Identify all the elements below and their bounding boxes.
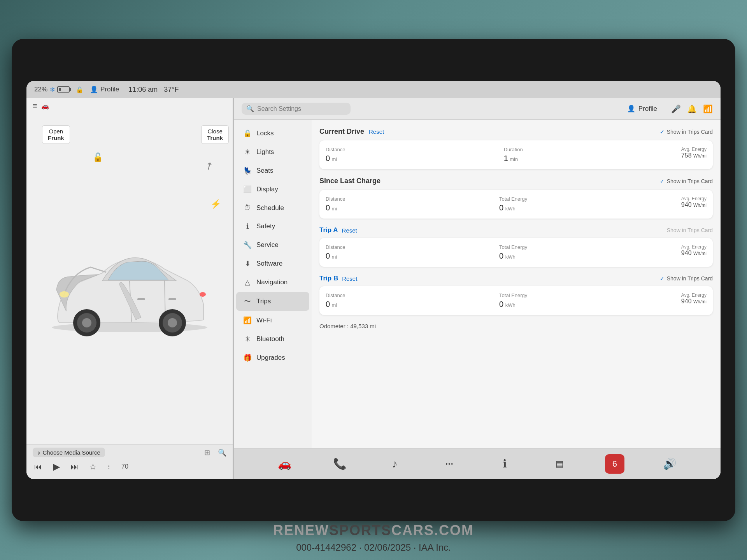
- nav-item-software[interactable]: ⬇ Software: [236, 255, 309, 273]
- trip-b-distance-label: Distance: [326, 292, 345, 298]
- car-svg: [44, 222, 215, 347]
- safety-label: Safety: [256, 222, 275, 230]
- dot-menu-button[interactable]: •••: [440, 454, 459, 474]
- phone-button[interactable]: 📞: [330, 454, 349, 474]
- charge-distance-label: Distance: [326, 196, 345, 202]
- media-source-label: Choose Media Source: [43, 449, 100, 456]
- snowflake-icon: ❄: [50, 86, 55, 93]
- current-distance-unit: mi: [332, 156, 337, 162]
- taskbar: 🚗 📞 ♪ ••• ℹ ▤ 6 🔊: [234, 448, 721, 479]
- nav-item-service[interactable]: 🔧 Service: [236, 236, 309, 254]
- nav-item-navigation[interactable]: △ Navigation: [236, 273, 309, 291]
- trip-b-reset[interactable]: Reset: [342, 275, 357, 282]
- nav-item-locks[interactable]: 🔒 Locks: [236, 124, 309, 142]
- display-icon: ⬜: [243, 185, 252, 194]
- nav-item-bluetooth[interactable]: ✳ Bluetooth: [236, 330, 309, 348]
- search-media-icon[interactable]: 🔍: [218, 448, 226, 457]
- trunk-line1: Close: [207, 128, 223, 135]
- nav-item-wifi[interactable]: 📶 Wi-Fi: [236, 312, 309, 329]
- prev-button[interactable]: ⏮: [33, 461, 44, 473]
- since-charge-title: Since Last Charge: [319, 177, 381, 185]
- navigation-icon: △: [243, 278, 252, 287]
- trips-label: Trips: [256, 298, 271, 305]
- watermark: RENEWSPORTSCARS.COM: [273, 522, 474, 539]
- media-source-button[interactable]: ♪ Choose Media Source: [33, 448, 105, 457]
- charge-avg-energy-num: 940: [681, 201, 692, 208]
- mic-icon[interactable]: 🎤: [671, 104, 681, 114]
- trip-a-show-trips: Show in Trips Card: [667, 227, 713, 233]
- charge-total-energy-num: 0: [499, 203, 503, 212]
- trip-b-avg-energy-value: 940 Wh/mi: [681, 298, 707, 305]
- trip-a-total-energy-stat: Total Energy 0 kWh: [499, 244, 527, 261]
- card-button[interactable]: ▤: [550, 454, 570, 474]
- trip-b-total-energy-num: 0: [499, 300, 503, 308]
- open-frunk-button[interactable]: Open Frunk: [42, 125, 70, 144]
- equalizer-icon[interactable]: ⊞: [204, 448, 210, 457]
- menu-icon[interactable]: ≡: [33, 102, 37, 110]
- software-icon: ⬇: [243, 259, 252, 268]
- since-charge-row: Distance 0 mi Total Energy: [326, 196, 707, 212]
- settings-header: 🔍 👤 Profile 🎤 🔔 📶: [234, 98, 721, 120]
- music-button[interactable]: ♪: [385, 454, 404, 474]
- since-charge-show-label: Show in Trips Card: [667, 178, 713, 184]
- play-button[interactable]: ▶: [51, 460, 61, 474]
- trips-content: Current Drive Reset ✓ Show in Trips Card: [312, 120, 721, 448]
- frunk-line2: Frunk: [48, 135, 64, 141]
- trip-a-total-energy-num: 0: [499, 252, 503, 260]
- volume-button[interactable]: 🔊: [660, 454, 679, 474]
- nav-item-display[interactable]: ⬜ Display: [236, 180, 309, 198]
- search-box[interactable]: 🔍: [242, 103, 351, 115]
- media-bar: ♪ Choose Media Source ⊞ 🔍 ⏮ ▶ ⏭ ☆ ⫶ 70: [26, 444, 233, 479]
- trip-a-total-energy-unit: kWh: [505, 254, 516, 260]
- wifi-label: Wi-Fi: [256, 317, 272, 324]
- nav-item-trips[interactable]: 〜 Trips: [236, 292, 309, 311]
- eq-button[interactable]: ⫶: [106, 462, 112, 472]
- watermark-cars: CARS.COM: [391, 522, 474, 538]
- nav-list: 🔒 Locks ☀ Lights 💺 Seats ⬜: [234, 120, 312, 448]
- bell-icon[interactable]: 🔔: [687, 104, 697, 114]
- battery-percent: 22%: [34, 86, 47, 93]
- car-home-button[interactable]: 🚗: [275, 454, 295, 474]
- trip-a-avg-energy-unit: Wh/mi: [693, 251, 707, 256]
- charge-total-energy-value: 0 kWh: [499, 203, 527, 212]
- charge-energy-total-stat: Total Energy 0 kWh: [499, 196, 527, 212]
- trip-b-show-label: Show in Trips Card: [667, 275, 713, 282]
- since-charge-header: Since Last Charge ✓ Show in Trips Card: [319, 177, 713, 185]
- trip-b-distance-num: 0: [326, 300, 330, 308]
- schedule-label: Schedule: [256, 204, 284, 212]
- status-bar: 22% ❄ 🔒 👤 Profile 11:06 am 37°F: [26, 81, 721, 98]
- frunk-lock-icon: 🔓: [93, 152, 103, 163]
- next-button[interactable]: ⏭: [69, 461, 80, 473]
- current-energy-label: Avg. Energy: [681, 147, 707, 152]
- info-button[interactable]: ℹ: [495, 454, 514, 474]
- current-drive-reset[interactable]: Reset: [369, 128, 384, 135]
- left-panel: ≡ 🚗 Open Frunk 🔓 Close Trunk: [26, 98, 233, 479]
- display-label: Display: [256, 186, 278, 193]
- lock-icon: 🔒: [76, 86, 84, 93]
- nav-item-schedule[interactable]: ⏱ Schedule: [236, 199, 309, 217]
- nav-item-lights[interactable]: ☀ Lights: [236, 143, 309, 161]
- nav-item-seats[interactable]: 💺 Seats: [236, 162, 309, 180]
- listing-info: 000-41442962 · 02/06/2025 · IAA Inc.: [296, 542, 451, 553]
- nav-item-upgrades[interactable]: 🎁 Upgrades: [236, 349, 309, 367]
- search-input[interactable]: [257, 105, 335, 112]
- lights-label: Lights: [256, 148, 274, 156]
- media-source-row: ♪ Choose Media Source ⊞ 🔍: [33, 448, 226, 457]
- trip-b-card: Distance 0 mi Total Energy: [319, 286, 713, 315]
- trip-a-distance-value: 0 mi: [326, 252, 345, 261]
- calendar-button[interactable]: 6: [605, 454, 624, 474]
- heart-button[interactable]: ☆: [88, 460, 98, 473]
- trip-a-total-energy-label: Total Energy: [499, 244, 527, 250]
- trip-a-avg-energy-stat: Avg. Energy 940 Wh/mi: [681, 244, 707, 257]
- svg-point-12: [200, 292, 206, 297]
- media-controls-row: ⏮ ▶ ⏭ ☆ ⫶ 70: [33, 460, 226, 474]
- close-trunk-button[interactable]: Close Trunk: [201, 125, 229, 144]
- since-charge-check: ✓: [660, 178, 665, 184]
- trip-b-avg-energy-stat: Avg. Energy 940 Wh/mi: [681, 292, 707, 305]
- nav-item-safety[interactable]: ℹ Safety: [236, 217, 309, 235]
- trip-a-reset[interactable]: Reset: [342, 227, 357, 234]
- profile-status-bar: 👤 Profile: [90, 86, 119, 94]
- profile-icon-header: 👤: [627, 105, 635, 113]
- schedule-icon: ⏱: [243, 204, 252, 212]
- current-duration-stat: Duration 1 min: [504, 147, 523, 163]
